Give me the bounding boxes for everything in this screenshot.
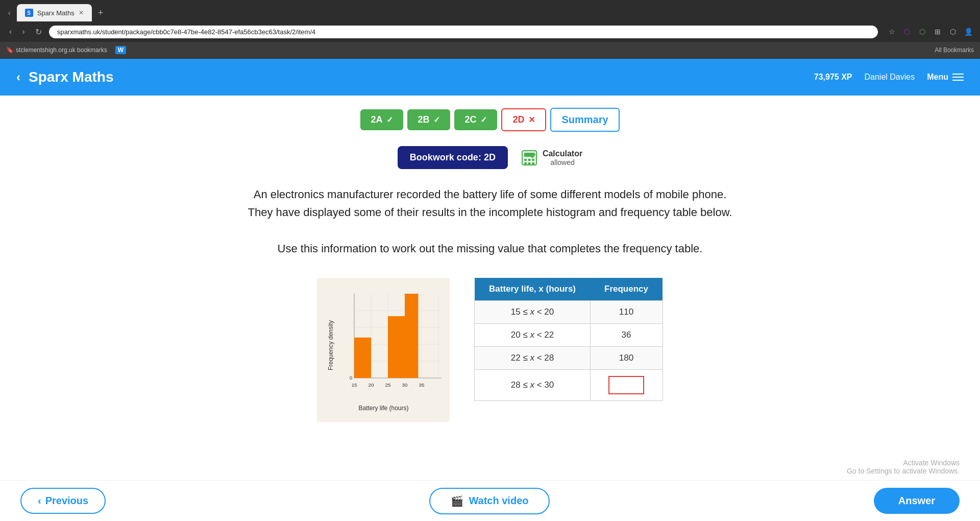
range-4: 28 ≤ x < 30 — [475, 369, 590, 400]
watch-video-button[interactable]: 🎬 Watch video — [429, 488, 550, 514]
table-row: 15 ≤ x < 20 110 — [475, 300, 663, 323]
tab-2C-check-icon: ✓ — [480, 115, 487, 125]
tab-favicon: S — [25, 9, 33, 17]
bookmarks-bar: 🔖 stclementshigh.org.uk bookmarks W All … — [0, 42, 980, 58]
tab-2B-check-icon: ✓ — [433, 115, 440, 125]
histogram-svg: 0 15 20 25 30 35 — [337, 288, 450, 400]
tab-2D[interactable]: 2D ✕ — [501, 108, 546, 131]
svg-text:35: 35 — [419, 382, 425, 387]
table-row: 20 ≤ x < 22 36 — [475, 323, 663, 346]
xp-display: 73,975 XP — [814, 73, 852, 82]
calculator-icon — [520, 149, 538, 167]
profile-icon[interactable]: 👤 — [963, 26, 974, 37]
menu-btn[interactable]: Menu — [927, 73, 964, 82]
table-row: 28 ≤ x < 30 — [475, 369, 663, 400]
ext-icon2[interactable]: ⬡ — [917, 26, 928, 37]
svg-rect-3 — [528, 159, 530, 161]
app-back-btn[interactable]: ‹ — [16, 70, 20, 84]
browser-back-btn[interactable]: ‹ — [4, 7, 15, 19]
star-icon[interactable]: ☆ — [886, 26, 897, 37]
tab-close-btn[interactable]: ✕ — [79, 9, 84, 16]
ext-icon1[interactable]: ⬡ — [901, 26, 913, 37]
bar-25-30 — [388, 316, 405, 378]
question-line3: Use this information to work out the mis… — [0, 240, 980, 257]
app-title: Sparx Maths — [29, 69, 114, 85]
nav-back-btn[interactable]: ‹ — [6, 25, 15, 38]
y-axis-label: Frequency density — [327, 320, 334, 370]
user-name: Daniel Davies — [865, 73, 915, 82]
tab-2D-cross-icon: ✕ — [528, 115, 535, 125]
calculator-label: Calculator — [543, 149, 582, 158]
freq-1: 110 — [590, 300, 663, 323]
svg-rect-7 — [532, 162, 534, 164]
col2-header: Frequency — [590, 278, 663, 301]
calculator-allowed: Calculator allowed — [520, 149, 582, 167]
histogram-container: Frequency density — [317, 278, 450, 422]
bookmark-item-1[interactable]: 🔖 stclementshigh.org.uk bookmarks — [6, 46, 107, 54]
main-content: 2A ✓ 2B ✓ 2C ✓ 2D ✕ Summary Bookwork cod… — [0, 96, 980, 493]
new-tab-btn[interactable]: + — [94, 8, 108, 18]
address-bar-row: ‹ › ↻ sparxmaths.uk/student/package/cbb0… — [0, 21, 980, 42]
table-row: 22 ≤ x < 28 180 — [475, 346, 663, 369]
calculator-text: Calculator allowed — [543, 149, 582, 167]
hamburger-icon — [952, 74, 964, 81]
browser-toolbar-icons: ☆ ⬡ ⬡ ⊞ ⬡ 👤 — [886, 26, 974, 37]
tab-summary-label: Summary — [561, 114, 608, 126]
tab-2B[interactable]: 2B ✓ — [407, 109, 450, 130]
nav-forward-btn[interactable]: › — [19, 25, 28, 38]
active-tab[interactable]: S Sparx Maths ✕ — [17, 4, 92, 21]
bookwork-row: Bookwork code: 2D Calculator allowed — [0, 146, 980, 169]
svg-text:30: 30 — [402, 382, 408, 387]
question-line2: They have displayed some of their result… — [0, 203, 980, 221]
range-3: 22 ≤ x < 28 — [475, 346, 590, 369]
bookmark-label-1: stclementshigh.org.uk bookmarks — [16, 46, 107, 54]
tab-bar: ‹ S Sparx Maths ✕ + — [0, 0, 980, 21]
tab-2C-label: 2C — [464, 114, 476, 125]
bar-15-20 — [354, 338, 371, 378]
tab-2A-check-icon: ✓ — [386, 115, 393, 125]
col1-header: Battery life, x (hours) — [475, 278, 590, 301]
tab-summary[interactable]: Summary — [550, 108, 619, 132]
address-bar[interactable]: sparxmaths.uk/student/package/cbb0c7e8-4… — [49, 26, 878, 38]
range-1: 15 ≤ x < 20 — [475, 300, 590, 323]
bookmark-item-2[interactable]: W — [115, 46, 126, 54]
ext-icon3[interactable]: ⊞ — [932, 26, 943, 37]
bookmark-label-2: W — [115, 46, 126, 54]
tab-2D-label: 2D — [512, 114, 524, 125]
svg-text:15: 15 — [352, 382, 358, 387]
browser-chrome: ‹ S Sparx Maths ✕ + ‹ › ↻ sparxmaths.uk/… — [0, 0, 980, 59]
url-text: sparxmaths.uk/student/package/cbb0c7e8-4… — [57, 28, 316, 36]
svg-rect-2 — [524, 159, 527, 161]
calculator-sub: allowed — [543, 158, 582, 167]
ext-icon4[interactable]: ⬡ — [947, 26, 959, 37]
answer-button[interactable]: Answer — [874, 488, 960, 514]
previous-button[interactable]: ‹ Previous — [20, 488, 106, 514]
tab-2A-label: 2A — [371, 114, 382, 125]
app-header-left: ‹ Sparx Maths — [16, 69, 114, 85]
video-icon: 🎬 — [451, 495, 463, 507]
all-bookmarks-label[interactable]: All Bookmarks — [935, 46, 974, 54]
missing-value-input[interactable] — [608, 376, 644, 394]
question-text: An electronics manufacturer recorded the… — [0, 185, 980, 257]
nav-reload-btn[interactable]: ↻ — [32, 25, 45, 39]
x-axis-label: Battery life (hours) — [327, 405, 439, 412]
bar-30-32 — [405, 294, 418, 378]
bottom-bar: ‹ Previous 🎬 Watch video Answer — [0, 480, 980, 521]
svg-text:20: 20 — [369, 382, 375, 387]
menu-label: Menu — [927, 73, 948, 82]
bookwork-code: Bookwork code: 2D — [398, 146, 508, 169]
diagram-area: Frequency density — [0, 278, 980, 422]
app-header-right: 73,975 XP Daniel Davies Menu — [814, 73, 964, 82]
svg-rect-6 — [528, 162, 530, 164]
tab-2A[interactable]: 2A ✓ — [360, 109, 403, 130]
task-tabs: 2A ✓ 2B ✓ 2C ✓ 2D ✕ Summary — [0, 108, 980, 132]
freq-3: 180 — [590, 346, 663, 369]
svg-text:0: 0 — [350, 375, 353, 381]
svg-rect-5 — [524, 162, 527, 164]
answer-label: Answer — [898, 495, 935, 506]
tab-2C[interactable]: 2C ✓ — [454, 109, 497, 130]
prev-label: Previous — [45, 495, 88, 507]
tab-2B-label: 2B — [418, 114, 429, 125]
bookmark-icon-1: 🔖 — [6, 46, 14, 54]
watch-video-label: Watch video — [469, 495, 528, 507]
